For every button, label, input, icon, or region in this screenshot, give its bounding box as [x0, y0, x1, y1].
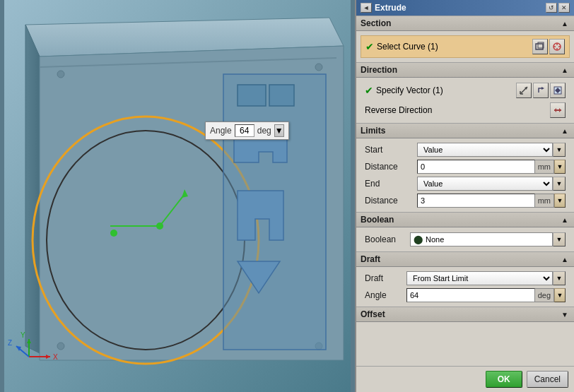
svg-rect-31	[536, 44, 543, 49]
limits-end-distance-input[interactable]	[417, 194, 535, 208]
svg-marker-42	[541, 87, 544, 90]
section-content-boolean: Boolean ⬤ None ▼	[356, 227, 574, 251]
select-curve-left: ✔ Select Curve (1)	[365, 41, 438, 52]
title-bar-restore-btn[interactable]: ↺	[546, 3, 557, 13]
specify-vector-btn-3[interactable]	[550, 83, 566, 98]
section-header-boolean[interactable]: Boolean ▲	[356, 212, 574, 227]
section-content-direction: ✔ Specify Vector (1)	[356, 78, 574, 123]
svg-rect-18	[269, 85, 294, 106]
draft-type-row: Draft From Start Limit ▼	[361, 270, 570, 287]
title-text: Extrude	[375, 3, 406, 13]
angle-tooltip: Angle 64 deg ▼	[205, 121, 289, 140]
svg-point-7	[57, 343, 64, 350]
svg-text:Z: Z	[8, 339, 12, 347]
svg-marker-46	[554, 108, 556, 112]
limits-start-select[interactable]: Value	[417, 143, 553, 157]
boolean-row: Boolean ⬤ None ▼	[361, 230, 570, 249]
limits-end-group: Value ▼	[417, 177, 566, 191]
section-header-limits[interactable]: Limits ▲	[356, 123, 574, 138]
draft-type-label: Draft	[365, 273, 404, 283]
select-curve-label: Select Curve (1)	[377, 42, 438, 52]
ok-button[interactable]: OK	[486, 371, 522, 388]
right-panel: ◄ Extrude ↺ ✕ Section ▲ ✔ Select Curve (…	[355, 0, 574, 392]
section-collapse-boolean[interactable]: ▲	[560, 215, 570, 225]
angle-tooltip-value[interactable]: 64	[235, 124, 254, 137]
limits-end-distance-unit: mm	[535, 194, 554, 208]
limits-start-distance-spin[interactable]: ▼	[554, 160, 566, 174]
limits-end-label: End	[365, 179, 414, 189]
boolean-value: None	[426, 235, 444, 244]
section-collapse-limits[interactable]: ▲	[560, 126, 570, 136]
limits-end-dropdown-btn[interactable]: ▼	[553, 177, 566, 191]
draft-type-group: From Start Limit ▼	[406, 271, 566, 285]
svg-point-6	[315, 64, 322, 71]
section-collapse-offset[interactable]: ▼	[560, 309, 570, 319]
section-header-offset-label: Offset	[361, 309, 385, 319]
specify-vector-btn-1[interactable]	[516, 83, 532, 98]
svg-point-5	[57, 71, 64, 78]
svg-rect-17	[238, 85, 266, 106]
select-curve-row: ✔ Select Curve (1)	[361, 35, 570, 58]
svg-marker-47	[559, 108, 561, 112]
section-content-section: ✔ Select Curve (1)	[356, 31, 574, 62]
select-curve-checkmark: ✔	[365, 41, 374, 52]
specify-vector-btn-2[interactable]	[533, 83, 549, 98]
draft-angle-unit: deg	[535, 288, 554, 302]
section-header-draft[interactable]: Draft ▲	[356, 251, 574, 267]
limits-end-distance-group: mm ▼	[417, 194, 566, 208]
svg-marker-2	[25, 25, 40, 353]
specify-vector-checkmark: ✔	[365, 85, 373, 96]
specify-vector-left: ✔ Specify Vector (1)	[365, 85, 443, 96]
draft-type-dropdown-btn[interactable]: ▼	[553, 271, 566, 285]
limits-start-distance-row: Distance mm ▼	[361, 158, 570, 175]
section-content-limits: Start Value ▼ Distance mm ▼ End	[356, 138, 574, 212]
boolean-label: Boolean	[365, 234, 407, 244]
select-curve-btn-1[interactable]	[532, 39, 548, 54]
section-header-direction[interactable]: Direction ▲	[356, 62, 574, 78]
section-header-section-label: Section	[361, 18, 391, 28]
section-collapse-section[interactable]: ▲	[560, 18, 570, 28]
title-bar-left: ◄ Extrude	[361, 3, 406, 13]
title-bar-close-btn[interactable]: ✕	[558, 3, 570, 13]
limits-end-select[interactable]: Value	[417, 177, 553, 191]
section-header-boolean-label: Boolean	[361, 215, 394, 225]
viewport-svg: X Y Z	[0, 0, 355, 392]
reverse-dir-label: Reverse Direction	[365, 105, 432, 115]
limits-start-dropdown-btn[interactable]: ▼	[553, 143, 566, 157]
section-header-section[interactable]: Section ▲	[356, 16, 574, 31]
svg-point-15	[110, 230, 117, 237]
limits-start-distance-label: Distance	[365, 162, 414, 172]
viewport: X Y Z Angle 64 deg ▼	[0, 0, 355, 392]
draft-angle-row: Angle deg ▼	[361, 287, 570, 304]
select-curve-buttons	[532, 39, 565, 54]
bottom-buttons: OK Cancel	[356, 366, 574, 392]
main-container: X Y Z Angle 64 deg ▼ ◄ Extrude	[0, 0, 574, 392]
reverse-dir-btn[interactable]	[550, 102, 566, 118]
section-collapse-direction[interactable]: ▲	[560, 65, 570, 75]
reverse-dir-row: Reverse Direction	[361, 100, 570, 120]
draft-angle-group: deg ▼	[406, 288, 566, 302]
draft-angle-input[interactable]	[406, 288, 535, 302]
section-header-limits-label: Limits	[361, 126, 385, 136]
select-curve-btn-2[interactable]	[549, 39, 565, 54]
section-collapse-draft[interactable]: ▲	[560, 254, 570, 264]
limits-end-distance-row: Distance mm ▼	[361, 192, 570, 209]
specify-vector-row: ✔ Specify Vector (1)	[361, 81, 570, 100]
section-header-offset[interactable]: Offset ▼	[356, 307, 574, 322]
specify-vector-label: Specify Vector (1)	[376, 85, 443, 95]
cancel-button[interactable]: Cancel	[527, 371, 568, 388]
limits-start-row: Start Value ▼	[361, 141, 570, 158]
boolean-dropdown-btn[interactable]: ▼	[553, 232, 566, 247]
boolean-group: ⬤ None ▼	[410, 232, 566, 247]
angle-dropdown-btn[interactable]: ▼	[274, 124, 284, 137]
limits-end-distance-spin[interactable]: ▼	[554, 194, 566, 208]
limits-start-label: Start	[365, 145, 414, 155]
section-header-direction-label: Direction	[361, 65, 397, 75]
limits-end-distance-label: Distance	[365, 196, 414, 206]
limits-start-distance-input[interactable]	[417, 160, 535, 174]
title-bar-back-btn[interactable]: ◄	[361, 3, 372, 13]
angle-tooltip-label: Angle	[210, 126, 232, 136]
draft-type-select[interactable]: From Start Limit	[406, 271, 553, 285]
draft-angle-spin[interactable]: ▼	[554, 288, 566, 302]
svg-point-14	[156, 222, 163, 230]
